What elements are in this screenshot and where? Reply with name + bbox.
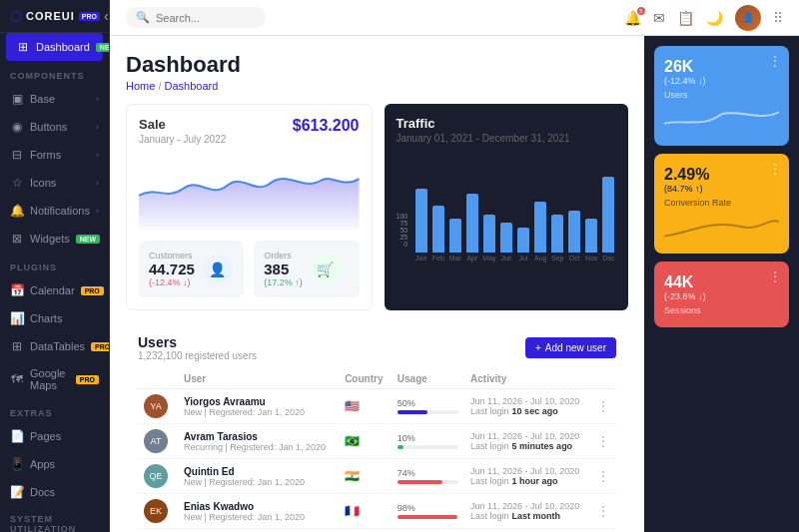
grid-icon[interactable]: ⠿ [773,10,783,26]
country-cell: 🇫🇷 [339,494,392,529]
avatar[interactable]: 👤 [735,5,761,31]
last-login: Last login 5 minutes ago [470,441,585,451]
row-more-icon[interactable]: ⋮ [597,469,609,483]
users-widget-change: (-12.4% ↓) [664,76,779,86]
sidebar-toggle[interactable]: ‹ [104,8,109,24]
bar-group: Nov [584,152,599,262]
conversion-widget-more[interactable]: ⋮ [769,162,781,176]
traffic-bar [483,215,495,253]
traffic-bar [534,202,546,253]
user-name: Enias Kwadwo [184,501,333,512]
sidebar-item-charts[interactable]: 📊 Charts [0,304,109,332]
users-widget-value: 26K [664,58,779,76]
users-widget-more[interactable]: ⋮ [769,54,781,68]
bar-group: Dec [601,152,616,262]
traffic-card: Traffic January 01, 2021 - December 31, … [385,104,629,310]
mail-icon[interactable]: ✉ [653,10,665,26]
sidebar-label-calendar: Calendar [30,284,75,296]
bar-group: Apr [464,152,479,262]
left-panel: Dashboard Home / Dashboard Sale January … [110,36,644,532]
avatar: QE [144,464,168,488]
actions-cell: ⋮ [591,389,616,424]
sale-card-title: Sale [139,117,226,132]
traffic-bar [517,228,529,254]
sidebar-label-charts: Charts [30,312,99,324]
sidebar-item-forms[interactable]: ⊟ Forms › [0,141,109,169]
customers-change: (-12.4% ↓) [149,277,195,287]
buttons-icon: ◉ [10,120,24,134]
usage-cell: 74% [392,459,464,494]
sidebar-item-notifications[interactable]: 🔔 Notifications › [0,197,109,225]
sidebar-item-icons[interactable]: ☆ Icons › [0,169,109,197]
sidebar-label-pages: Pages [30,430,99,442]
moon-icon[interactable]: 🌙 [706,10,723,26]
widgets-badge: NEW [76,235,100,244]
sidebar-item-googlemaps[interactable]: 🗺 Google Maps PRO [0,360,109,398]
usage-cell: 98% [392,494,464,529]
avatar: AT [144,429,168,453]
breadcrumb-home[interactable]: Home [126,80,155,92]
sessions-widget: ⋮ 44K (-23.6% ↓) Sessions [654,262,789,327]
users-header: Users 1,232,100 registered users + Add n… [138,334,616,361]
traffic-bar [602,177,614,254]
orders-change: (17.2% ↑) [264,277,303,287]
activity-cell: Jun 11, 2026 - Jul 10, 2020 Last login L… [464,494,591,529]
usage-bar [398,515,458,519]
notifications-bell-icon[interactable]: 🔔 5 [624,10,641,26]
traffic-bar [500,223,512,253]
user-info-cell: Quintin Ed New | Registered: Jan 1, 2020 [178,459,339,494]
user-avatar-cell: QE [138,459,178,494]
search-box[interactable]: 🔍 [126,7,266,28]
bar-month-label: Dec [602,255,614,262]
base-icon: ▣ [10,92,24,106]
sessions-widget-value: 44K [664,273,779,291]
main-content: 🔍 🔔 5 ✉ 📋 🌙 👤 ⠿ Dashboard Home / Dashboa… [110,0,799,532]
widgets-icon: ⊠ [10,232,24,246]
row-more-icon[interactable]: ⋮ [597,399,609,413]
country-cell: 🇺🇸 [339,389,392,424]
row-more-icon[interactable]: ⋮ [597,434,609,448]
sidebar-item-docs[interactable]: 📝 Docs [0,478,109,506]
users-title: Users [138,334,257,350]
usage-fill [398,480,442,484]
users-count: 1,232,100 registered users [138,350,257,361]
user-name: Yiorgos Avraamu [184,396,333,407]
sidebar-item-calendar[interactable]: 📅 Calendar PRO [0,276,109,304]
col-activity: Activity [464,369,591,389]
sidebar-label-icons: Icons [30,177,90,189]
add-user-button[interactable]: + Add new user [525,337,616,358]
usage-percent: 50% [398,398,458,408]
sidebar-item-base[interactable]: ▣ Base › [0,85,109,113]
logo-text: COREUI [26,10,75,22]
sidebar-item-buttons[interactable]: ◉ Buttons › [0,113,109,141]
bar-month-label: Nov [585,255,597,262]
sidebar-item-pages[interactable]: 📄 Pages [0,422,109,450]
notification-badge: 5 [637,7,645,15]
sidebar-item-dashboard[interactable]: ⊞ Dashboard NEW [6,33,103,61]
sidebar-label-docs: Docs [30,486,99,498]
sessions-widget-more[interactable]: ⋮ [769,269,781,283]
logo-icon: ⬡ [10,8,22,24]
orders-value: 385 [264,261,303,277]
search-input[interactable] [156,12,256,24]
bar-group: Sep [550,152,565,262]
sidebar-label-buttons: Buttons [30,121,90,133]
bar-month-label: Jun [500,255,511,262]
user-reg: Recurring | Registered: Jan 1, 2020 [184,442,333,452]
sidebar-label-base: Base [30,93,90,105]
add-user-label: Add new user [545,342,606,353]
usage-bar [398,410,458,414]
sidebar-item-apps[interactable]: 📱 Apps [0,450,109,478]
table-row: AT Avram Tarasios Recurring | Registered… [138,424,616,459]
user-reg: New | Registered: Jan 1, 2020 [184,477,333,487]
sidebar-item-datatables[interactable]: ⊞ DataTables PRO [0,332,109,360]
sidebar-item-widgets[interactable]: ⊠ Widgets NEW [0,225,109,253]
row-more-icon[interactable]: ⋮ [597,504,609,518]
charts-icon: 📊 [10,311,24,325]
sidebar-section-plugins: PLUGINS [0,253,109,276]
traffic-subtitle: January 01, 2021 - December 31, 2021 [397,133,617,144]
topbar-icons: 🔔 5 ✉ 📋 🌙 👤 ⠿ [624,5,783,31]
table-row: YA Yiorgos Avraamu New | Registered: Jan… [138,389,616,424]
tasks-icon[interactable]: 📋 [677,10,694,26]
bar-month-label: Apr [466,255,477,262]
